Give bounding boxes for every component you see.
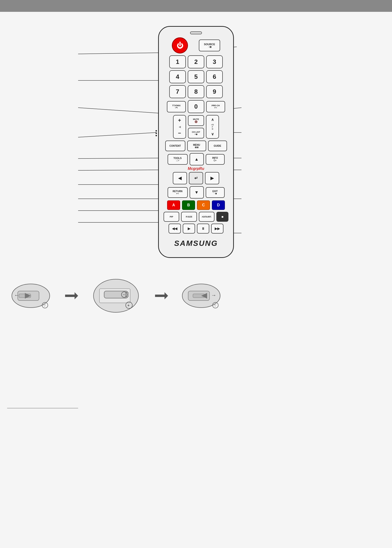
svg-line-9	[78, 170, 158, 170]
media-controls-row: ◀◀ ▶ ⏸ ▶▶	[164, 224, 228, 234]
watermark: McgrpRu	[188, 166, 204, 171]
arrow-1	[62, 290, 80, 302]
num-1-button[interactable]: 1	[169, 55, 186, 68]
ch-up: ∧	[211, 117, 214, 122]
pre-ch-button[interactable]: PRE-CH ↩≡	[206, 101, 225, 112]
nav-lr-row: ◀ ↵ ▶	[164, 172, 228, 184]
nav-enter-icon: ↵	[194, 176, 198, 181]
source-button[interactable]: SOURCE →▤	[199, 40, 220, 51]
guide-button[interactable]: GUIDE	[208, 140, 227, 151]
prech-label: PRE-CH	[212, 104, 220, 107]
pip-label: PIP	[170, 215, 173, 218]
nav-left-button[interactable]: ◀	[173, 172, 187, 184]
ttx-icon: ≡✎	[175, 107, 178, 109]
ch-down: ∨	[211, 132, 214, 136]
svg-text:→: →	[211, 292, 216, 298]
svg-marker-38	[155, 292, 168, 299]
p-size-button[interactable]: P.SIZE	[181, 212, 197, 222]
vol-minus: −	[178, 130, 181, 136]
color-d-button[interactable]: D	[212, 201, 225, 210]
num-5-button[interactable]: 5	[188, 70, 204, 83]
tools-nav-up-info-row: TOOLS ⬜≡ ▲ INFO ⓘ≡	[164, 153, 228, 165]
tools-icon: ⬜≡	[176, 160, 179, 162]
svg-text:▽: ▽	[214, 304, 216, 307]
ch-list-button[interactable]: CH LIST ≡◉	[188, 128, 204, 139]
exit-button[interactable]: EXIT →⏹	[206, 187, 225, 198]
ttx-label: TTX/MIX	[172, 104, 181, 107]
rewind-button[interactable]: ◀◀	[168, 224, 181, 234]
tools-button[interactable]: TOOLS ⬜≡	[168, 154, 188, 165]
color-b-button[interactable]: B	[182, 201, 195, 210]
num-0-button[interactable]: 0	[188, 100, 204, 113]
pip-button[interactable]: PIP	[164, 212, 179, 222]
num-4-button[interactable]: 4	[169, 70, 186, 83]
num-9-button[interactable]: 9	[206, 85, 223, 98]
info-button[interactable]: INFO ⓘ≡	[206, 154, 225, 165]
nav-right-button[interactable]: ▶	[205, 172, 219, 184]
volume-button[interactable]: + ◀ −	[173, 115, 186, 139]
return-icon: ↩≡	[176, 193, 179, 195]
info-label: INFO	[212, 157, 218, 159]
vol-plus: +	[178, 117, 181, 124]
ttx-mix-button[interactable]: TTX/MIX ≡✎	[167, 101, 186, 112]
numbers-row-3: 7 8 9	[164, 85, 228, 98]
battery-step-3: → ▽	[175, 277, 227, 315]
power-button[interactable]: ⏻	[172, 37, 188, 54]
color-c-button[interactable]: C	[197, 201, 210, 210]
mute-label: MUTE	[193, 118, 199, 120]
color-buttons-row: A B C D	[164, 201, 228, 210]
exit-icon: →⏹	[213, 193, 217, 195]
prech-icon: ↩≡	[214, 107, 217, 109]
mute-chlist-group: MUTE 🔇 CH LIST ≡◉	[188, 115, 204, 139]
num-8-button[interactable]: 8	[188, 85, 204, 98]
num-7-button[interactable]: 7	[169, 85, 186, 98]
pause-button[interactable]: ⏸	[197, 224, 209, 234]
tools-label: TOOLS	[174, 157, 182, 160]
battery-step-1: ← ▽	[5, 277, 57, 315]
channel-button[interactable]: ∧ ≡①P① ∨	[206, 115, 219, 139]
svg-text:+: +	[127, 303, 129, 307]
content-button[interactable]: CONTENT	[165, 140, 185, 151]
svg-line-3	[78, 108, 158, 113]
nav-down-button[interactable]: ▼	[190, 186, 204, 199]
chlist-label: CH LIST	[192, 131, 200, 133]
chlist-icon: ≡◉	[195, 133, 197, 135]
stop-button[interactable]: ■	[216, 212, 228, 222]
num-2-button[interactable]: 2	[188, 55, 204, 68]
fast-forward-button[interactable]: ▶▶	[211, 224, 224, 234]
source-icon: →▤	[207, 46, 212, 48]
menu-button[interactable]: MENU ▤▤	[187, 140, 206, 151]
numbers-row-2: 4 5 6	[164, 70, 228, 83]
color-a-button[interactable]: A	[167, 201, 180, 210]
svg-point-18	[155, 132, 157, 134]
num-6-button[interactable]: 6	[206, 70, 223, 83]
menu-label: MENU	[193, 144, 200, 146]
nav-up-button[interactable]: ▲	[190, 153, 204, 165]
content-label: CONTENT	[169, 145, 181, 147]
mute-icon: 🔇	[195, 120, 197, 123]
svg-line-0	[78, 53, 158, 54]
guide-label: GUIDE	[214, 145, 221, 147]
source-label: SOURCE	[204, 43, 215, 46]
pip-psize-ad-stop-row: PIP P.SIZE AD/SUBT. ■	[164, 212, 228, 222]
psize-label: P.SIZE	[186, 215, 192, 218]
ad-subt-button[interactable]: AD/SUBT.	[199, 212, 214, 222]
vol-ch-row: + ◀ − MUTE 🔇 CH LIST ≡◉ ∧ ≡①P① ∨	[164, 115, 228, 139]
svg-text:▽: ▽	[43, 304, 46, 307]
play-button[interactable]: ▶	[183, 224, 195, 234]
power-source-row: ⏻ SOURCE →▤	[164, 37, 228, 54]
numbers-row-1: 1 2 3	[164, 55, 228, 68]
svg-text:−: −	[123, 293, 125, 297]
nav-ok-button[interactable]: ↵	[189, 172, 203, 184]
samsung-logo: SAMSUNG	[174, 239, 218, 248]
ir-sensor	[190, 31, 202, 34]
num-3-button[interactable]: 3	[206, 55, 223, 68]
return-button[interactable]: RETURN ↩≡	[168, 187, 188, 198]
battery-installation-diagrams: ← ▽ − + →	[0, 272, 392, 319]
ttx-zero-prech-row: TTX/MIX ≡✎ 0 PRE-CH ↩≡	[164, 100, 228, 113]
top-bar	[0, 0, 392, 12]
divider-line	[7, 408, 78, 408]
return-nav-down-exit-row: RETURN ↩≡ ▼ EXIT →⏹	[164, 186, 228, 199]
mute-button[interactable]: MUTE 🔇	[188, 115, 204, 126]
content-menu-guide-row: CONTENT MENU ▤▤ GUIDE	[164, 140, 228, 151]
